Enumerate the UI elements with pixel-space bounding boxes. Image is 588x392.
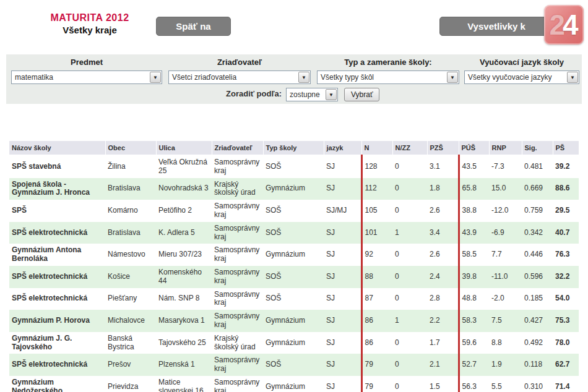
table-cell: SJ — [324, 376, 361, 392]
table-cell: 2.1 — [427, 354, 459, 376]
table-cell: Matice slovenskej 16 — [156, 376, 212, 392]
table-cell: SPŠ stavebná — [9, 155, 105, 178]
table-cell: SJ/MJ — [324, 200, 361, 222]
sort-select[interactable]: zostupne ▼ — [286, 88, 338, 101]
table-cell: K. Adlera 5 — [156, 222, 212, 244]
table-row: Gymnázium J. G. TajovskéhoBanská Bystric… — [9, 332, 579, 354]
table-cell: Komenského 44 — [156, 266, 212, 288]
table-cell: 3.4 — [427, 222, 459, 244]
page: MATURITA 2012 Všetky kraje Späť na výber… — [0, 0, 588, 392]
table-cell: Gymnázium — [263, 376, 324, 392]
table-cell: SOŠ — [263, 155, 324, 178]
chevron-down-icon[interactable]: ▼ — [298, 72, 309, 83]
table-cell: 0.118 — [522, 354, 553, 376]
chevron-down-icon[interactable]: ▼ — [326, 89, 337, 100]
table-cell: 58.5 — [459, 244, 489, 266]
table-cell: 78.0 — [553, 332, 579, 354]
table-cell: 0.759 — [522, 200, 553, 222]
column-header: RNP — [489, 141, 522, 155]
table-cell: SJ — [324, 288, 361, 310]
table-cell: Krajský školský úrad — [212, 332, 263, 354]
table-cell: Plzenská 1 — [156, 354, 212, 376]
sort-select-value: zostupne — [287, 90, 325, 99]
table-cell: 39.2 — [553, 155, 579, 178]
table-row: Gymnázium NedožerskéhoPrievidzaMatice sl… — [9, 376, 579, 392]
table-cell: SJ — [324, 244, 361, 266]
table-cell: Gymnázium — [263, 332, 324, 354]
table-cell: 0 — [392, 332, 427, 354]
page-title: MATURITA 2012 — [37, 12, 142, 23]
table-row: SPŠKomárnoPetöfiho 2Samosprávny krajSOŠS… — [9, 200, 579, 222]
site-logo-24[interactable]: 2 4 — [544, 5, 584, 45]
table-cell: 86 — [361, 310, 392, 332]
table-cell: Prešov — [105, 354, 156, 376]
table-header-row: Názov školyObecUlicaZriaďovateľTyp školy… — [9, 141, 579, 155]
table-cell: 0 — [392, 178, 427, 200]
submit-button[interactable]: Vybrať — [344, 88, 379, 101]
table-cell: 7.7 — [489, 244, 522, 266]
table-cell: Gymnázium — [263, 178, 324, 200]
table-cell: 1.7 — [427, 332, 459, 354]
table-cell: Bratislava — [105, 222, 156, 244]
filter-label-predmet: Predmet — [11, 58, 162, 67]
chevron-down-icon[interactable]: ▼ — [567, 72, 578, 83]
table-cell: 5.5 — [489, 376, 522, 392]
table-cell: SOŠ — [263, 200, 324, 222]
table-cell: -7.3 — [489, 155, 522, 178]
table-cell: 0.427 — [522, 310, 553, 332]
back-button[interactable]: Späť na výber — [156, 17, 231, 36]
table-cell: 0 — [392, 244, 427, 266]
table-cell: 2.4 — [427, 266, 459, 288]
zriadovatel-select[interactable]: Všetci zriaďovatelia ▼ — [168, 70, 311, 84]
table-cell: -11.0 — [489, 266, 522, 288]
table-cell: Prievidza — [105, 376, 156, 392]
table-cell: Samosprávny kraj — [212, 155, 263, 178]
table-cell: Gymnázium — [263, 244, 324, 266]
table-cell: 1 — [392, 310, 427, 332]
jazyk-skoly-select[interactable]: Všetky vyučovacie jazyky ▼ — [464, 70, 579, 84]
table-cell: Tajovského 25 — [156, 332, 212, 354]
table-cell: Nám. SNP 8 — [156, 288, 212, 310]
table-cell: 105 — [361, 200, 392, 222]
filter-label-jazyk-skoly: Vyučovací jazyk školy — [464, 58, 579, 67]
table-cell: 0.596 — [522, 266, 553, 288]
table-cell: 52.7 — [459, 354, 489, 376]
chevron-down-icon[interactable]: ▼ — [447, 72, 458, 83]
table-cell: 54.0 — [553, 288, 579, 310]
table-cell: 2.6 — [427, 200, 459, 222]
table-cell: 0 — [392, 266, 427, 288]
table-cell: 101 — [361, 222, 392, 244]
table-cell: SOŠ — [263, 266, 324, 288]
table-cell: 0.342 — [522, 222, 553, 244]
sort-label: Zoradiť podľa: — [192, 89, 282, 98]
table-cell: Košice — [105, 266, 156, 288]
table-cell: 79 — [361, 376, 392, 392]
table-cell: 43.5 — [459, 155, 489, 178]
table-cell: 0 — [392, 155, 427, 178]
table-cell: Samosprávny kraj — [212, 310, 263, 332]
table-cell: SJ — [324, 266, 361, 288]
table-cell: Gymnázium — [263, 310, 324, 332]
column-header: PZŠ — [427, 141, 459, 155]
table-cell: 128 — [361, 155, 392, 178]
predmet-select[interactable]: matematika ▼ — [11, 70, 162, 84]
table-cell: 65.8 — [459, 178, 489, 200]
table-cell: Komárno — [105, 200, 156, 222]
table-cell: Gymnázium Nedožerského — [9, 376, 105, 392]
table-cell: Samosprávny kraj — [212, 244, 263, 266]
typ-skoly-select[interactable]: Všetky typy škôl ▼ — [317, 70, 459, 84]
table-cell: Bratislava — [105, 178, 156, 200]
filter-label-typ-skoly: Typ a zameranie školy: — [317, 58, 459, 67]
zriadovatel-select-value: Všetci zriaďovatelia — [169, 73, 298, 82]
table-cell: SPŠ elektrotechnická — [9, 354, 105, 376]
table-cell: 56.3 — [459, 376, 489, 392]
table-cell: Banská Bystrica — [105, 332, 156, 354]
column-header: PÚŠ — [459, 141, 489, 155]
column-header: PŠ — [553, 141, 579, 155]
table-cell: 0 — [392, 288, 427, 310]
table-cell: SOŠ — [263, 222, 324, 244]
table-cell: 29.5 — [553, 200, 579, 222]
table-cell: 7.5 — [489, 310, 522, 332]
legend-button[interactable]: Vysvetlivky k tabuľkám — [439, 17, 553, 36]
chevron-down-icon[interactable]: ▼ — [150, 72, 161, 83]
